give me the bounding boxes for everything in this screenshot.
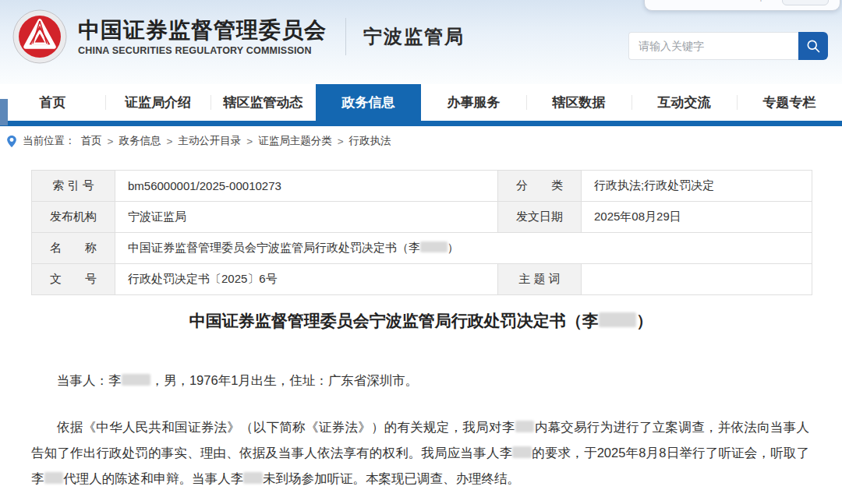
meta-label-keyword: 主 题 词 [498, 264, 582, 295]
meta-value-category: 行政执法;行政处罚决定 [582, 171, 812, 202]
table-row: 发布机构 宁波证监局 发文日期 2025年08月29日 [32, 202, 812, 233]
org-title-block: 中国证券监督管理委员会 CHINA SECURITIES REGULATORY … [78, 18, 327, 56]
breadcrumb-prefix: 当前位置： [23, 134, 76, 148]
table-row: 索 引 号 bm56000001/2025-00010273 分 类 行政执法;… [32, 171, 812, 202]
nav-accent-strip [0, 121, 842, 126]
nav-item-bureau-intro[interactable]: 证监局介绍 [105, 84, 210, 121]
page: 90% | + ⟳ 重置 中国证券监督管理委员会 CHINA SECURITIE… [0, 0, 842, 504]
breadcrumb-admin-enforcement[interactable]: 行政执法 [349, 134, 391, 148]
location-pin-icon [6, 135, 17, 148]
meta-value-keyword [582, 264, 812, 295]
browser-zoom-bubble: 90% | + ⟳ 重置 [644, 0, 840, 11]
nav-item-regional-data[interactable]: 辖区数据 [526, 84, 632, 121]
meta-value-date: 2025年08月29日 [582, 202, 812, 233]
article-title: 中国证券监督管理委员会宁波监管局行政处罚决定书（李） [0, 310, 842, 332]
table-row: 文 号 行政处罚决定书〔2025〕6号 主 题 词 [32, 264, 812, 295]
org-name-cn: 中国证券监督管理委员会 [78, 18, 327, 43]
meta-label-agency: 发布机构 [32, 202, 115, 233]
zoom-divider: | [759, 0, 762, 2]
search-input[interactable] [628, 32, 798, 60]
breadcrumb-gov-info[interactable]: 政务信息 [119, 134, 161, 148]
meta-value-name: 中国证券监督管理委员会宁波监管局行政处罚决定书（李） [115, 233, 812, 264]
article-paragraph-investigation: 依据《中华人民共和国证券法》（以下简称《证券法》）的有关规定，我局对李内幕交易行… [31, 414, 809, 492]
breadcrumb: 当前位置： 首页 > 政务信息 > 主动公开目录 > 证监局主题分类 > 行政执… [6, 134, 391, 148]
meta-label-index: 索 引 号 [32, 171, 115, 202]
breadcrumb-separator: > [108, 136, 114, 147]
search-icon [805, 38, 821, 54]
document-meta-table: 索 引 号 bm56000001/2025-00010273 分 类 行政执法;… [31, 170, 812, 295]
meta-label-date: 发文日期 [498, 202, 582, 233]
brand-divider [345, 18, 346, 55]
article-paragraph-parties: 当事人：李，男，1976年1月出生，住址：广东省深圳市。 [31, 368, 809, 393]
zoom-reset-label: 重置 [801, 0, 822, 2]
article-body: 当事人：李，男，1976年1月出生，住址：广东省深圳市。 依据《中华人民共和国证… [31, 352, 809, 492]
meta-label-name: 名 称 [32, 233, 115, 264]
brand-block: 中国证券监督管理委员会 CHINA SECURITIES REGULATORY … [12, 9, 465, 64]
nav-item-interaction[interactable]: 互动交流 [632, 84, 737, 121]
redacted-text [512, 446, 532, 458]
main-nav: 首页 证监局介绍 辖区监管动态 政务信息 办事服务 辖区数据 互动交流 专题专栏 [0, 84, 842, 121]
breadcrumb-separator: > [166, 136, 172, 147]
redacted-text [122, 374, 151, 386]
site-header: 90% | + ⟳ 重置 中国证券监督管理委员会 CHINA SECURITIE… [0, 0, 842, 84]
org-name-en: CHINA SECURITIES REGULATORY COMMISSION [78, 45, 327, 56]
meta-label-docno: 文 号 [32, 264, 115, 295]
nav-item-home[interactable]: 首页 [0, 84, 105, 121]
refresh-icon: ⟳ [789, 0, 798, 1]
zoom-in-button[interactable]: + [769, 0, 775, 2]
left-edge-accent [0, 99, 8, 125]
breadcrumb-open-directory[interactable]: 主动公开目录 [178, 134, 241, 148]
nav-item-regional-news[interactable]: 辖区监管动态 [210, 84, 316, 121]
breadcrumb-home[interactable]: 首页 [81, 134, 102, 148]
nav-item-gov-info[interactable]: 政务信息 [316, 84, 421, 121]
zoom-level: 90% [656, 0, 676, 2]
redacted-text [44, 472, 64, 484]
nav-item-services[interactable]: 办事服务 [421, 84, 526, 121]
site-search [628, 32, 828, 60]
redacted-text [599, 312, 636, 327]
meta-value-docno: 行政处罚决定书〔2025〕6号 [115, 264, 498, 295]
table-row: 名 称 中国证券监督管理委员会宁波监管局行政处罚决定书（李） [32, 233, 812, 264]
breadcrumb-separator: > [246, 136, 253, 147]
redacted-text [420, 241, 448, 252]
redacted-text [243, 472, 263, 484]
redacted-text [515, 421, 535, 432]
meta-label-category: 分 类 [498, 171, 582, 202]
zoom-reset-button[interactable]: ⟳ 重置 [782, 0, 829, 5]
breadcrumb-separator: > [338, 136, 344, 147]
bureau-name: 宁波监管局 [363, 24, 465, 49]
breadcrumb-topic-category[interactable]: 证监局主题分类 [258, 134, 332, 148]
csrc-logo [12, 9, 67, 64]
nav-item-special-topics[interactable]: 专题专栏 [737, 84, 842, 121]
meta-value-agency: 宁波证监局 [115, 202, 498, 233]
meta-value-index: bm56000001/2025-00010273 [115, 171, 498, 202]
search-button[interactable] [798, 32, 828, 60]
